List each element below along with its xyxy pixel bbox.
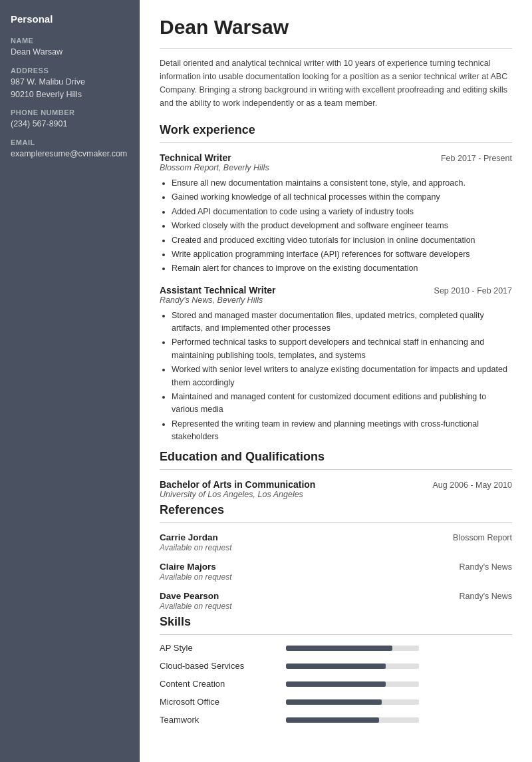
skill-bar-bg-4 [286, 717, 419, 723]
ref-company-1: Randy's News [460, 562, 513, 572]
skill-name-2: Content Creation [160, 679, 286, 689]
skill-row-1: Cloud-based Services [160, 661, 512, 671]
ref-row-0: Carrie JordanBlossom Report [160, 532, 512, 542]
skill-row-4: Teamwork [160, 715, 512, 725]
edu-header-0: Bachelor of Arts in CommunicationAug 200… [160, 479, 512, 490]
job-company-1: Randy's News, Beverly Hills [160, 295, 512, 305]
sidebar-address-line2: 90210 Beverly Hills [11, 89, 129, 101]
edu-school-0: University of Los Angeles, Los Angeles [160, 490, 512, 499]
phone-label: Phone number [11, 108, 129, 116]
skill-name-1: Cloud-based Services [160, 661, 286, 671]
sidebar: Personal Name Dean Warsaw Address 987 W.… [0, 0, 140, 762]
skill-row-2: Content Creation [160, 679, 512, 689]
ref-company-2: Randy's News [460, 592, 513, 601]
name-label: Name [11, 37, 129, 45]
job-title-1: Assistant Technical Writer [160, 285, 276, 295]
skill-bar-bg-0 [286, 646, 419, 651]
skill-bar-fill-2 [286, 681, 386, 687]
skill-row-0: AP Style [160, 643, 512, 653]
ref-name-2: Dave Pearson [160, 591, 219, 601]
ref-avail-2: Available on request [160, 602, 512, 611]
sidebar-address-line1: 987 W. Malibu Drive [11, 76, 129, 89]
bullet-0-0: Ensure all new documentation maintains a… [172, 177, 512, 190]
skill-bar-bg-1 [286, 664, 419, 669]
job-bullets-1: Stored and managed master documentation … [172, 309, 512, 444]
bullet-1-1: Performed technical tasks to support dev… [172, 336, 512, 362]
sidebar-section-title: Personal [11, 13, 129, 25]
references-container: Carrie JordanBlossom ReportAvailable on … [160, 532, 512, 611]
job-entry-1: Assistant Technical WriterSep 2010 - Feb… [160, 285, 512, 444]
bullet-0-5: Write application programming interface … [172, 248, 512, 261]
bullet-0-4: Created and produced exciting video tuto… [172, 234, 512, 247]
skill-name-3: Microsoft Office [160, 697, 286, 707]
skill-bar-bg-3 [286, 699, 419, 705]
resume-name: Dean Warsaw [160, 16, 512, 39]
work-divider [160, 142, 512, 143]
skill-bar-fill-0 [286, 646, 392, 651]
bullet-0-6: Remain alert for chances to improve on t… [172, 262, 512, 275]
job-bullets-0: Ensure all new documentation maintains a… [172, 177, 512, 276]
skill-row-3: Microsoft Office [160, 697, 512, 707]
education-container: Bachelor of Arts in CommunicationAug 200… [160, 479, 512, 499]
skill-name-0: AP Style [160, 643, 286, 653]
sidebar-name-value: Dean Warsaw [11, 46, 129, 59]
job-entry-0: Technical WriterFeb 2017 - PresentBlosso… [160, 152, 512, 276]
education-title: Education and Qualifications [160, 450, 512, 464]
job-dates-1: Sep 2010 - Feb 2017 [434, 286, 512, 295]
edu-title-0: Bachelor of Arts in Communication [160, 479, 315, 490]
job-dates-0: Feb 2017 - Present [441, 154, 512, 163]
edu-dates-0: Aug 2006 - May 2010 [432, 480, 512, 490]
ref-avail-1: Available on request [160, 572, 512, 582]
email-label: Email [11, 138, 129, 146]
bullet-1-2: Worked with senior level writers to anal… [172, 363, 512, 389]
job-company-0: Blossom Report, Beverly Hills [160, 163, 512, 172]
education-divider [160, 469, 512, 470]
ref-entry-2: Dave PearsonRandy's NewsAvailable on req… [160, 591, 512, 611]
bullet-1-4: Represented the writing team in review a… [172, 418, 512, 444]
skill-name-4: Teamwork [160, 715, 286, 725]
skill-bar-fill-3 [286, 699, 382, 705]
job-header-1: Assistant Technical WriterSep 2010 - Feb… [160, 285, 512, 295]
skills-container: AP StyleCloud-based ServicesContent Crea… [160, 643, 512, 725]
bullet-0-3: Worked closely with the product developm… [172, 220, 512, 232]
work-experience-title: Work experience [160, 123, 512, 137]
references-title: References [160, 503, 512, 517]
summary-text: Detail oriented and analytical technical… [160, 57, 512, 110]
sidebar-phone-value: (234) 567-8901 [11, 118, 129, 130]
references-divider [160, 522, 512, 523]
job-title-0: Technical Writer [160, 152, 231, 163]
skill-bar-bg-2 [286, 681, 419, 687]
skill-bar-fill-4 [286, 717, 379, 723]
name-divider [160, 48, 512, 49]
skills-divider [160, 634, 512, 635]
ref-entry-1: Claire MajorsRandy's NewsAvailable on re… [160, 562, 512, 582]
sidebar-email-value: exampleresume@cvmaker.com [11, 148, 129, 160]
bullet-1-0: Stored and managed master documentation … [172, 309, 512, 335]
ref-avail-0: Available on request [160, 543, 512, 552]
jobs-container: Technical WriterFeb 2017 - PresentBlosso… [160, 152, 512, 443]
ref-company-0: Blossom Report [453, 533, 512, 542]
bullet-1-3: Maintained and managed content for custo… [172, 391, 512, 417]
ref-entry-0: Carrie JordanBlossom ReportAvailable on … [160, 532, 512, 552]
ref-row-1: Claire MajorsRandy's News [160, 562, 512, 572]
skill-bar-fill-1 [286, 664, 386, 669]
skills-title: Skills [160, 615, 512, 629]
address-label: Address [11, 67, 129, 75]
job-header-0: Technical WriterFeb 2017 - Present [160, 152, 512, 163]
ref-name-1: Claire Majors [160, 562, 216, 572]
bullet-0-2: Added API documentation to code using a … [172, 206, 512, 218]
bullet-0-1: Gained working knowledge of all technica… [172, 191, 512, 204]
main-content: Dean Warsaw Detail oriented and analytic… [140, 0, 532, 762]
ref-row-2: Dave PearsonRandy's News [160, 591, 512, 601]
ref-name-0: Carrie Jordan [160, 532, 218, 542]
